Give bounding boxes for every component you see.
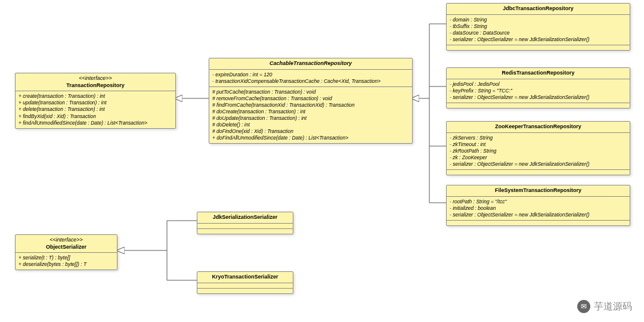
watermark: ✉ 芋道源码 <box>577 300 632 313</box>
class-title: FileSystemTransactionRepository <box>447 185 630 197</box>
class-transaction-repository: <<interface>> TransactionRepository + cr… <box>15 73 176 129</box>
class-kryo-transaction-serializer: KryoTransactionSerializer <box>197 271 293 294</box>
class-zookeeper-transaction-repository: ZooKeeperTransactionRepository - zkServe… <box>446 121 630 175</box>
fields-section: - jedisPool : JedisPool - keyPrefix : St… <box>447 79 630 103</box>
class-title: <<interface>> ObjectSerializer <box>16 235 117 253</box>
class-cachable-transaction-repository: CachableTransactionRepository - expireDu… <box>209 58 413 144</box>
methods-section: + serialize(t : T) : byte[] + deserializ… <box>16 253 117 270</box>
class-title: JdkSerializationSerializer <box>197 212 293 224</box>
class-jdbc-transaction-repository: JdbcTransactionRepository - domain : Str… <box>446 3 630 51</box>
fields-section: - expireDuration : int = 120 - transacti… <box>209 70 412 87</box>
class-title: ZooKeeperTransactionRepository <box>447 122 630 133</box>
methods-section: + create(transaction : Transaction) : in… <box>16 91 175 128</box>
fields-section: - domain : String - tbSuffix : String - … <box>447 15 630 45</box>
class-jdk-serialization-serializer: JdkSerializationSerializer <box>197 212 293 234</box>
class-title: RedisTransactionRepository <box>447 68 630 79</box>
wechat-icon: ✉ <box>577 300 590 313</box>
methods-section: # putToCache(transaction : Transaction) … <box>209 87 412 143</box>
class-title: KryoTransactionSerializer <box>197 272 293 283</box>
class-redis-transaction-repository: RedisTransactionRepository - jedisPool :… <box>446 67 630 109</box>
class-title: <<interface>> TransactionRepository <box>16 73 175 91</box>
fields-section: - zkServers : String - zkTimeout : int -… <box>447 133 630 170</box>
watermark-text: 芋道源码 <box>594 301 632 313</box>
class-filesystem-transaction-repository: FileSystemTransactionRepository - rootPa… <box>446 185 630 226</box>
class-title: JdbcTransactionRepository <box>447 4 630 15</box>
class-title: CachableTransactionRepository <box>209 58 412 70</box>
fields-section: - rootPath : String = "/tcc" - initializ… <box>447 197 630 221</box>
class-object-serializer: <<interface>> ObjectSerializer + seriali… <box>15 234 117 270</box>
